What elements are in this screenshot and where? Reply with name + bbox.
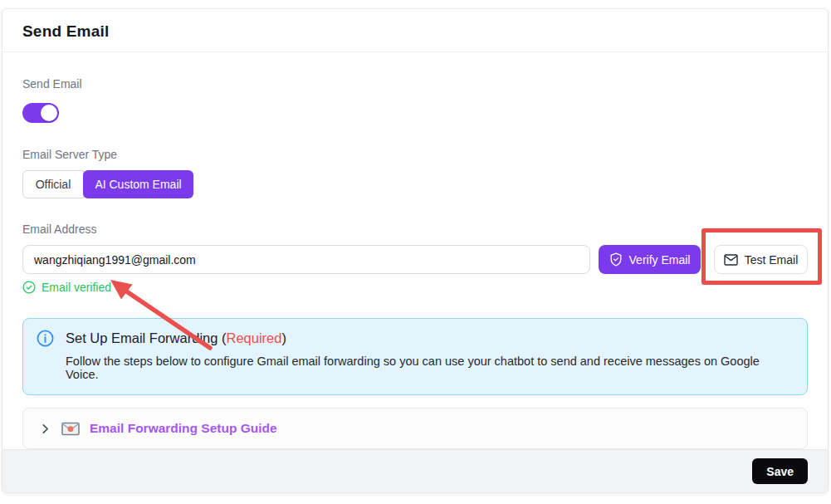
verify-email-label: Verify Email	[629, 253, 691, 267]
email-verified-status: Email verified	[22, 281, 808, 294]
info-box-title: Set Up Email Forwarding (Required)	[66, 330, 286, 346]
email-address-label: Email Address	[22, 223, 808, 237]
info-title-row: Set Up Email Forwarding (Required)	[37, 330, 794, 347]
envelope-icon	[724, 254, 738, 266]
page-title: Send Email	[22, 22, 808, 41]
server-type-option-ai-custom[interactable]: AI Custom Email	[83, 170, 193, 198]
test-email-label: Test Email	[745, 253, 799, 267]
save-button[interactable]: Save	[752, 458, 808, 484]
server-type-label: Email Server Type	[22, 148, 808, 162]
info-box-description: Follow the steps below to configure Gmai…	[66, 355, 794, 381]
email-address-input[interactable]	[22, 245, 590, 274]
info-icon	[37, 330, 54, 347]
email-forwarding-guide-accordion[interactable]: Email Forwarding Setup Guide	[22, 408, 808, 449]
card-header: Send Email	[2, 9, 828, 52]
email-input-row: Verify Email Test Email	[22, 245, 808, 274]
send-email-label: Send Email	[22, 77, 808, 91]
server-type-option-official[interactable]: Official	[22, 170, 84, 198]
video-envelope-icon	[61, 422, 80, 436]
required-badge: Required	[227, 330, 282, 345]
send-email-card: Send Email Send Email Email Server Type …	[2, 8, 829, 493]
send-email-toggle[interactable]	[22, 103, 59, 123]
card-body: Send Email Email Server Type Official AI…	[2, 52, 828, 449]
chevron-right-icon	[39, 423, 51, 435]
accordion-title: Email Forwarding Setup Guide	[90, 421, 277, 436]
server-type-segmented: Official AI Custom Email	[22, 170, 808, 198]
email-forwarding-info-box: Set Up Email Forwarding (Required) Follo…	[22, 318, 808, 395]
email-verified-text: Email verified	[42, 281, 111, 294]
toggle-knob	[41, 105, 57, 121]
test-email-button[interactable]: Test Email	[714, 245, 808, 274]
card-footer: Save	[2, 449, 828, 492]
verify-email-button[interactable]: Verify Email	[599, 245, 701, 274]
shield-check-icon	[609, 252, 623, 267]
check-circle-icon	[22, 281, 36, 294]
